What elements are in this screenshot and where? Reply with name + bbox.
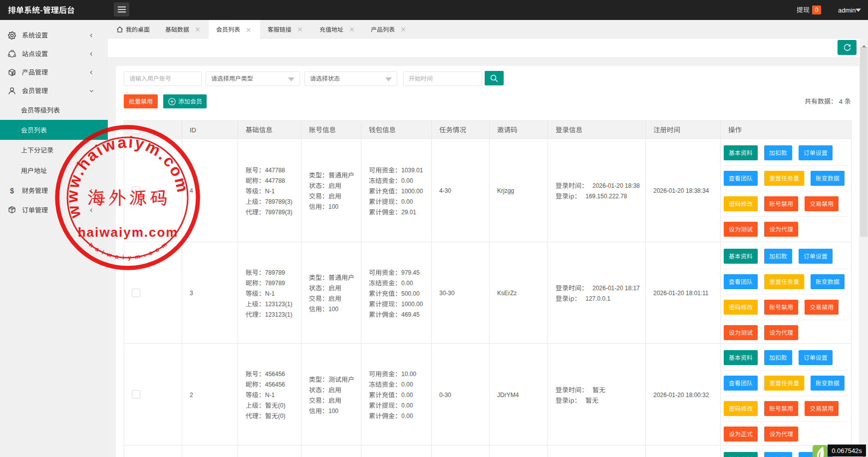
svg-text:haiwaiym.com: haiwaiym.com (78, 225, 179, 240)
svg-text:haiwaiym.com: haiwaiym.com (88, 238, 171, 261)
svg-text:$: $ (10, 187, 14, 195)
